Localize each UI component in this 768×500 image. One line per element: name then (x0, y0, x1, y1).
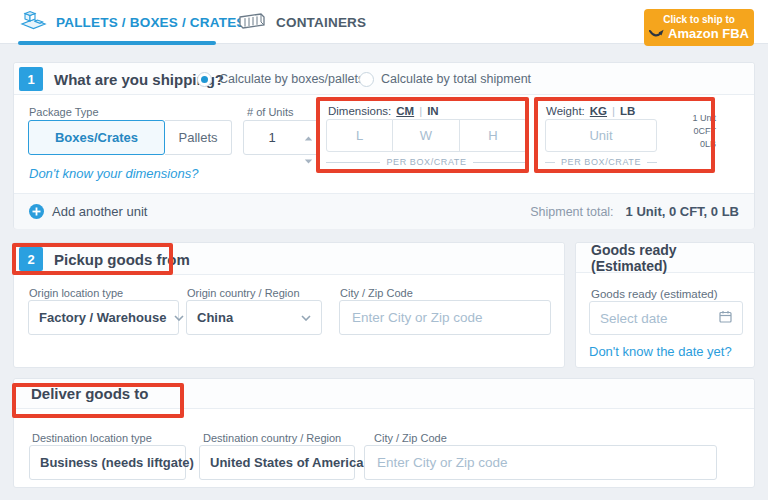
stepper-down-icon[interactable] (304, 150, 313, 168)
weight-unit-row: Weight: KG | LB (546, 105, 635, 117)
origin-city-zip-input[interactable] (339, 300, 551, 335)
goods-ready-date-picker[interactable]: Select date (589, 301, 743, 335)
dimension-inputs (326, 119, 527, 152)
per-box-crate-caption: PER BOX/CRATE (326, 157, 527, 167)
dimensions-unit-row: Dimensions: CM | IN (328, 105, 439, 117)
active-tab-underline (18, 41, 216, 45)
unit-separator: | (612, 105, 615, 117)
radio-selected-icon (197, 72, 212, 87)
dont-know-date-link[interactable]: Don't know the date yet? (589, 344, 732, 359)
destination-country-label: Destination country / Region (203, 432, 341, 444)
unit-separator: | (419, 105, 422, 117)
radio-label: Calculate by total shipment (381, 72, 531, 86)
origin-country-select[interactable]: China (186, 300, 322, 335)
pickup-header: 2 Pickup goods from (14, 243, 564, 275)
units-label: # of Units (247, 106, 293, 118)
fba-button-line2: Amazon FBA (668, 26, 749, 42)
origin-location-type-label: Origin location type (29, 287, 123, 299)
chevron-down-icon (174, 315, 184, 321)
unit-kg-toggle[interactable]: KG (590, 105, 607, 117)
shipment-total: Shipment total: 1 Unit, 0 CFT, 0 LB (530, 204, 739, 219)
package-type-pallets-button[interactable]: Pallets (165, 120, 232, 155)
section-goods-ready: Goods ready (Estimated) Goods ready (est… (575, 242, 755, 368)
tab-label: PALLETS / BOXES / CRATES (56, 15, 246, 30)
pallet-icon (20, 10, 47, 34)
destination-location-type-select[interactable]: Business (needs liftgate) (29, 445, 186, 480)
pickup-title: Pickup goods from (54, 243, 190, 275)
destination-city-label: City / Zip Code (374, 432, 447, 444)
section1-header: 1 What are you shipping? Calculate by bo… (14, 63, 754, 95)
weight-label: Weight: (546, 105, 585, 117)
origin-country-label: Origin country / Region (187, 287, 300, 299)
destination-country-select[interactable]: United States of America (199, 445, 355, 480)
step-badge-2: 2 (19, 247, 43, 271)
unit-in-toggle[interactable]: IN (427, 105, 439, 117)
width-input[interactable] (393, 119, 460, 152)
length-input[interactable] (326, 119, 393, 152)
unit-lb-toggle[interactable]: LB (620, 105, 635, 117)
tab-containers[interactable]: CONTAINERS (237, 0, 366, 44)
freight-quote-calculator: PALLETS / BOXES / CRATES CONTAINERS Clic… (0, 0, 768, 500)
section-what-are-you-shipping: 1 What are you shipping? Calculate by bo… (13, 62, 755, 229)
shipment-total-label: Shipment total: (530, 205, 613, 219)
origin-location-type-select[interactable]: Factory / Warehouse (28, 300, 179, 335)
tab-label: CONTAINERS (276, 15, 366, 30)
deliver-title: Deliver goods to (14, 379, 754, 409)
units-stepper (243, 120, 319, 155)
radio-label: Calculate by boxes/pallets (219, 72, 364, 86)
stepper-up-icon[interactable] (304, 127, 313, 145)
height-input[interactable] (460, 119, 527, 152)
destination-city-zip-input[interactable] (364, 445, 717, 480)
unit-cm-toggle[interactable]: CM (396, 105, 414, 117)
destination-location-type-label: Destination location type (32, 432, 152, 444)
date-placeholder: Select date (600, 311, 668, 326)
radio-calculate-by-total-shipment[interactable]: Calculate by total shipment (359, 63, 531, 95)
goods-ready-field-label: Goods ready (estimated) (591, 288, 718, 300)
section1-footer: Add another unit Shipment total: 1 Unit,… (14, 193, 754, 229)
package-type-label: Package Type (29, 106, 99, 118)
calendar-icon (719, 309, 732, 327)
add-another-unit-button[interactable]: Add another unit (29, 204, 147, 219)
amazon-arrow-icon (649, 26, 664, 42)
weight-input[interactable] (545, 119, 657, 152)
plus-circle-icon (29, 204, 44, 219)
chevron-down-icon (301, 315, 311, 321)
package-type-boxes-crates-button[interactable]: Boxes/Crates (28, 120, 165, 155)
unit-summary: 1 Unit 0CFT 0LB (650, 112, 716, 151)
goods-ready-title: Goods ready (Estimated) (576, 243, 754, 273)
package-type-toggle: Boxes/Crates Pallets (28, 120, 232, 155)
container-icon (237, 11, 267, 34)
section-deliver-goods-to: Deliver goods to Destination location ty… (13, 378, 755, 488)
step-badge-1: 1 (19, 67, 43, 91)
dont-know-dimensions-link[interactable]: Don't know your dimensions? (29, 166, 198, 181)
radio-calculate-by-boxes-pallets[interactable]: Calculate by boxes/pallets (197, 63, 364, 95)
dimensions-label: Dimensions: (328, 105, 391, 117)
origin-city-label: City / Zip Code (340, 287, 413, 299)
shipment-total-value: 1 Unit, 0 CFT, 0 LB (626, 204, 739, 219)
tab-pallets-boxes-crates[interactable]: PALLETS / BOXES / CRATES (20, 0, 246, 44)
amazon-fba-button[interactable]: Click to ship to Amazon FBA (644, 9, 754, 46)
section-pickup-goods-from: 2 Pickup goods from Origin location type… (13, 242, 565, 368)
radio-unselected-icon (359, 72, 374, 87)
fba-button-line1: Click to ship to (663, 14, 735, 26)
per-box-crate-caption: PER BOX/CRATE (545, 157, 657, 167)
